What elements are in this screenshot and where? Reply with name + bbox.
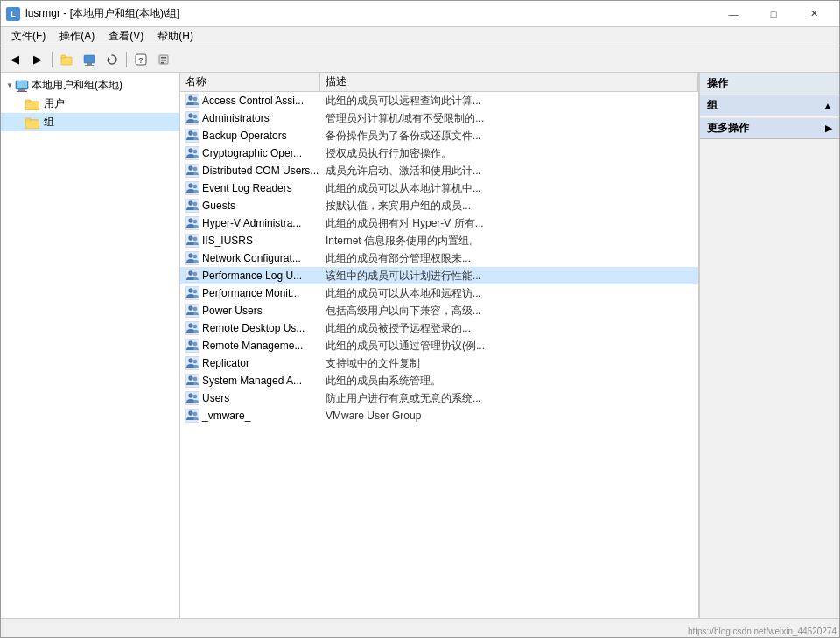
toolbar-sep-1 [52,52,52,67]
toolbar: ◀ ▶ ? [1,46,839,73]
svg-point-71 [189,376,193,381]
svg-rect-52 [186,269,200,283]
tree-item-users[interactable]: 用户 [1,95,179,113]
list-cell-name: Distributed COM Users... [180,163,320,179]
list-row[interactable]: Performance Monit...此组的成员可以从本地和远程访... [180,284,698,302]
list-row[interactable]: Power Users包括高级用户以向下兼容，高级... [180,302,698,319]
menu-action[interactable]: 操作(A) [52,27,102,46]
list-cell-desc: 授权成员执行行加密操作。 [320,145,698,162]
actions-section-groups[interactable]: 组 ▲ [700,95,839,116]
list-cell-desc: 此组的成员被授予远程登录的... [320,320,698,337]
close-button[interactable]: ✕ [794,4,834,24]
list-row[interactable]: Distributed COM Users...成员允许启动、激活和使用此计..… [180,162,698,179]
tree-item-groups[interactable]: 组 [1,113,179,131]
expand-icon-root[interactable]: ▼ [4,81,15,91]
svg-point-77 [189,411,193,416]
svg-point-56 [189,289,193,293]
list-row[interactable]: Hyper-V Administra...此组的成员拥有对 Hyper-V 所有… [180,214,698,232]
svg-point-66 [193,342,197,346]
menu-file[interactable]: 文件(F) [4,27,52,46]
list-row[interactable]: Event Log Readers此组的成员可以从本地计算机中... [180,179,698,197]
list-cell-desc: 包括高级用户以向下兼容，高级... [320,303,698,319]
list-cell-name: Performance Monit... [180,285,320,301]
actions-section-more[interactable]: 更多操作 ▶ [700,118,839,139]
svg-point-68 [189,359,193,363]
list-row[interactable]: Backup Operators备份操作员为了备份或还原文件... [180,127,698,144]
title-bar: L lusrmgr - [本地用户和组(本地)\组] — □ ✕ [1,1,839,27]
list-row[interactable]: IIS_IUSRSInternet 信息服务使用的内置组。 [180,232,698,249]
middle-panel: 名称 描述 Access Control Assi...此组的成员可以远程查询此… [180,73,699,618]
svg-rect-9 [161,57,166,59]
svg-rect-34 [186,164,200,178]
show-desktop-button[interactable] [79,49,100,70]
up-folder-button[interactable] [56,49,77,70]
refresh-button[interactable] [102,49,122,70]
tree-groups-label: 组 [44,115,54,130]
list-cell-name: Network Configurat... [180,250,320,266]
list-row[interactable]: Network Configurat...此组的成员有部分管理权限来... [180,249,698,267]
window-title: lusrmgr - [本地用户和组(本地)\组] [25,6,180,21]
actions-header: 操作 [700,73,839,95]
list-row[interactable]: Guests按默认值，来宾用户组的成员... [180,197,698,214]
list-cell-desc: 支持域中的文件复制 [320,355,698,372]
list-cell-desc: 管理员对计算机/域有不受限制的... [320,110,698,127]
maximize-button[interactable]: □ [753,4,794,24]
svg-rect-40 [186,199,200,213]
svg-point-33 [193,150,197,153]
folder-icon-users [25,97,39,111]
menu-view[interactable]: 查看(V) [102,27,150,46]
app-icon: L [6,7,20,21]
list-cell-desc: 此组的成员可以从本地计算机中... [320,180,698,197]
list-row[interactable]: Access Control Assi...此组的成员可以远程查询此计算... [180,92,698,109]
svg-point-41 [189,201,193,206]
list-row[interactable]: Performance Log U...该组中的成员可以计划进行性能... [180,267,698,284]
svg-point-24 [193,97,197,101]
svg-point-51 [193,255,197,258]
svg-point-39 [193,185,197,188]
svg-rect-76 [186,409,200,423]
properties-button[interactable] [153,49,174,70]
help-button[interactable]: ? [130,49,151,70]
svg-rect-73 [186,391,200,405]
folder-icon-groups [25,116,39,130]
list-cell-name: System Managed A... [180,373,320,389]
actions-section-groups-arrow: ▲ [823,101,832,110]
svg-rect-67 [186,356,200,370]
col-header-name[interactable]: 名称 [180,73,320,91]
list-cell-desc: 此组的成员拥有对 Hyper-V 所有... [320,215,698,232]
minimize-button[interactable]: — [713,4,753,24]
forward-button[interactable]: ▶ [27,49,48,70]
svg-rect-21 [25,120,39,129]
list-row[interactable]: Users防止用户进行有意或无意的系统... [180,389,698,407]
menu-help[interactable]: 帮助(H) [150,27,200,46]
list-row[interactable]: Cryptographic Oper...授权成员执行行加密操作。 [180,144,698,162]
svg-point-45 [193,220,197,223]
list-row[interactable]: System Managed A...此组的成员由系统管理。 [180,372,698,389]
svg-point-65 [189,341,193,346]
toolbar-sep-2 [126,52,127,67]
svg-point-27 [193,115,197,118]
svg-point-69 [193,360,197,363]
svg-point-60 [193,307,197,311]
actions-section-groups-title: 组 [707,98,718,113]
list-row[interactable]: _vmware_VMware User Group [180,407,698,424]
list-row[interactable]: Administrators管理员对计算机/域有不受限制的... [180,109,698,127]
list-cell-desc: 按默认值，来宾用户组的成员... [320,198,698,214]
list-row[interactable]: Remote Desktop Us...此组的成员被授予远程登录的... [180,319,698,337]
svg-point-62 [189,324,193,328]
list-cell-desc: Internet 信息服务使用的内置组。 [320,233,698,249]
back-button[interactable]: ◀ [4,49,25,70]
list-row[interactable]: Replicator支持域中的文件复制 [180,354,698,372]
svg-point-23 [189,96,193,101]
svg-point-47 [189,236,193,241]
tree-item-root[interactable]: ▼ 本地用户和组(本地) [1,76,179,95]
col-header-desc[interactable]: 描述 [320,73,698,91]
svg-point-42 [193,202,197,206]
list-row[interactable]: Remote Manageme...此组的成员可以通过管理协议(例... [180,337,698,354]
svg-rect-13 [18,89,25,91]
main-content: ▼ 本地用户和组(本地) [1,73,839,618]
tree-users-label: 用户 [44,96,65,111]
actions-section-more-arrow: ▶ [825,123,832,133]
svg-rect-46 [186,234,200,248]
svg-rect-15 [17,81,27,88]
